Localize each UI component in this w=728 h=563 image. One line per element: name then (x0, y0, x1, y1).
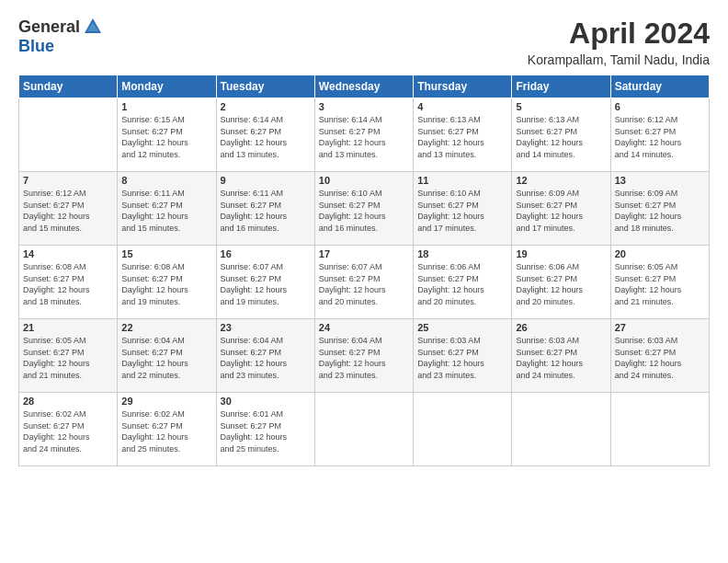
day-info: Sunrise: 6:03 AM Sunset: 6:27 PM Dayligh… (417, 335, 507, 381)
day-info: Sunrise: 6:13 AM Sunset: 6:27 PM Dayligh… (417, 114, 507, 160)
day-info: Sunrise: 6:01 AM Sunset: 6:27 PM Dayligh… (221, 408, 311, 454)
title-block: April 2024 Korampallam, Tamil Nadu, Indi… (528, 17, 710, 67)
day-info: Sunrise: 6:07 AM Sunset: 6:27 PM Dayligh… (221, 261, 311, 307)
table-row: 8Sunrise: 6:11 AM Sunset: 6:27 PM Daylig… (118, 172, 216, 246)
table-row: 21Sunrise: 6:05 AM Sunset: 6:27 PM Dayli… (19, 319, 118, 393)
table-row: 5Sunrise: 6:13 AM Sunset: 6:27 PM Daylig… (512, 98, 610, 172)
header: General Blue April 2024 Korampallam, Tam… (18, 17, 710, 67)
header-thursday: Thursday (414, 75, 512, 98)
day-info: Sunrise: 6:12 AM Sunset: 6:27 PM Dayligh… (23, 188, 113, 234)
header-friday: Friday (512, 75, 610, 98)
day-info: Sunrise: 6:10 AM Sunset: 6:27 PM Dayligh… (319, 188, 409, 234)
day-info: Sunrise: 6:08 AM Sunset: 6:27 PM Dayligh… (121, 261, 211, 307)
day-info: Sunrise: 6:06 AM Sunset: 6:27 PM Dayligh… (516, 261, 606, 307)
day-number: 17 (319, 248, 409, 259)
day-number: 28 (23, 396, 113, 407)
day-info: Sunrise: 6:02 AM Sunset: 6:27 PM Dayligh… (121, 408, 211, 454)
day-info: Sunrise: 6:04 AM Sunset: 6:27 PM Dayligh… (221, 335, 311, 381)
day-number: 14 (23, 248, 113, 259)
day-number: 21 (23, 322, 113, 333)
table-row: 24Sunrise: 6:04 AM Sunset: 6:27 PM Dayli… (314, 319, 413, 393)
day-info: Sunrise: 6:14 AM Sunset: 6:27 PM Dayligh… (221, 114, 311, 160)
table-row: 12Sunrise: 6:09 AM Sunset: 6:27 PM Dayli… (512, 172, 610, 246)
table-row: 10Sunrise: 6:10 AM Sunset: 6:27 PM Dayli… (314, 172, 413, 246)
day-number: 15 (121, 248, 211, 259)
day-info: Sunrise: 6:14 AM Sunset: 6:27 PM Dayligh… (319, 114, 409, 160)
calendar-week-row: 1Sunrise: 6:15 AM Sunset: 6:27 PM Daylig… (19, 98, 710, 172)
table-row: 7Sunrise: 6:12 AM Sunset: 6:27 PM Daylig… (19, 172, 118, 246)
table-row: 4Sunrise: 6:13 AM Sunset: 6:27 PM Daylig… (414, 98, 512, 172)
location: Korampallam, Tamil Nadu, India (528, 52, 710, 67)
day-info: Sunrise: 6:06 AM Sunset: 6:27 PM Dayligh… (417, 261, 507, 307)
day-info: Sunrise: 6:04 AM Sunset: 6:27 PM Dayligh… (121, 335, 211, 381)
header-sunday: Sunday (19, 75, 118, 98)
table-row: 26Sunrise: 6:03 AM Sunset: 6:27 PM Dayli… (512, 319, 610, 393)
day-number: 5 (516, 101, 606, 112)
day-number: 20 (615, 248, 705, 259)
day-number: 8 (121, 175, 211, 186)
day-info: Sunrise: 6:13 AM Sunset: 6:27 PM Dayligh… (516, 114, 606, 160)
table-row: 2Sunrise: 6:14 AM Sunset: 6:27 PM Daylig… (216, 98, 314, 172)
day-number: 22 (121, 322, 211, 333)
logo-blue-text: Blue (18, 37, 54, 56)
day-number: 26 (516, 322, 606, 333)
day-info: Sunrise: 6:07 AM Sunset: 6:27 PM Dayligh… (319, 261, 409, 307)
calendar-week-row: 28Sunrise: 6:02 AM Sunset: 6:27 PM Dayli… (19, 393, 710, 466)
table-row: 18Sunrise: 6:06 AM Sunset: 6:27 PM Dayli… (414, 246, 512, 319)
day-number: 18 (417, 248, 507, 259)
table-row: 1Sunrise: 6:15 AM Sunset: 6:27 PM Daylig… (118, 98, 216, 172)
table-row: 3Sunrise: 6:14 AM Sunset: 6:27 PM Daylig… (314, 98, 413, 172)
day-number: 23 (221, 322, 311, 333)
table-row (19, 98, 118, 172)
day-info: Sunrise: 6:03 AM Sunset: 6:27 PM Dayligh… (516, 335, 606, 381)
day-number: 29 (121, 396, 211, 407)
day-info: Sunrise: 6:09 AM Sunset: 6:27 PM Dayligh… (516, 188, 606, 234)
table-row: 17Sunrise: 6:07 AM Sunset: 6:27 PM Dayli… (314, 246, 413, 319)
day-number: 30 (221, 396, 311, 407)
table-row (414, 393, 512, 466)
day-info: Sunrise: 6:08 AM Sunset: 6:27 PM Dayligh… (23, 261, 113, 307)
table-row (314, 393, 413, 466)
table-row: 19Sunrise: 6:06 AM Sunset: 6:27 PM Dayli… (512, 246, 610, 319)
day-info: Sunrise: 6:05 AM Sunset: 6:27 PM Dayligh… (23, 335, 113, 381)
logo: General Blue (18, 17, 103, 56)
table-row: 15Sunrise: 6:08 AM Sunset: 6:27 PM Dayli… (118, 246, 216, 319)
day-number: 19 (516, 248, 606, 259)
day-number: 11 (417, 175, 507, 186)
calendar-week-row: 14Sunrise: 6:08 AM Sunset: 6:27 PM Dayli… (19, 246, 710, 319)
day-info: Sunrise: 6:09 AM Sunset: 6:27 PM Dayligh… (615, 188, 705, 234)
table-row: 30Sunrise: 6:01 AM Sunset: 6:27 PM Dayli… (216, 393, 314, 466)
table-row: 6Sunrise: 6:12 AM Sunset: 6:27 PM Daylig… (610, 98, 709, 172)
header-wednesday: Wednesday (314, 75, 413, 98)
header-monday: Monday (118, 75, 216, 98)
day-info: Sunrise: 6:04 AM Sunset: 6:27 PM Dayligh… (319, 335, 409, 381)
day-info: Sunrise: 6:02 AM Sunset: 6:27 PM Dayligh… (23, 408, 113, 454)
day-number: 24 (319, 322, 409, 333)
day-info: Sunrise: 6:11 AM Sunset: 6:27 PM Dayligh… (221, 188, 311, 234)
table-row: 23Sunrise: 6:04 AM Sunset: 6:27 PM Dayli… (216, 319, 314, 393)
month-title: April 2024 (528, 17, 710, 51)
table-row: 22Sunrise: 6:04 AM Sunset: 6:27 PM Dayli… (118, 319, 216, 393)
day-number: 3 (319, 101, 409, 112)
day-number: 2 (221, 101, 311, 112)
day-number: 7 (23, 175, 113, 186)
table-row: 28Sunrise: 6:02 AM Sunset: 6:27 PM Dayli… (19, 393, 118, 466)
day-number: 1 (121, 101, 211, 112)
day-info: Sunrise: 6:10 AM Sunset: 6:27 PM Dayligh… (417, 188, 507, 234)
table-row: 16Sunrise: 6:07 AM Sunset: 6:27 PM Dayli… (216, 246, 314, 319)
logo-icon (83, 17, 103, 37)
day-info: Sunrise: 6:12 AM Sunset: 6:27 PM Dayligh… (615, 114, 705, 160)
header-tuesday: Tuesday (216, 75, 314, 98)
day-info: Sunrise: 6:05 AM Sunset: 6:27 PM Dayligh… (615, 261, 705, 307)
day-number: 13 (615, 175, 705, 186)
day-number: 4 (417, 101, 507, 112)
table-row: 13Sunrise: 6:09 AM Sunset: 6:27 PM Dayli… (610, 172, 709, 246)
day-info: Sunrise: 6:03 AM Sunset: 6:27 PM Dayligh… (615, 335, 705, 381)
day-number: 9 (221, 175, 311, 186)
day-info: Sunrise: 6:15 AM Sunset: 6:27 PM Dayligh… (121, 114, 211, 160)
table-row (610, 393, 709, 466)
day-number: 25 (417, 322, 507, 333)
table-row (512, 393, 610, 466)
calendar-header-row: Sunday Monday Tuesday Wednesday Thursday… (19, 75, 710, 98)
table-row: 9Sunrise: 6:11 AM Sunset: 6:27 PM Daylig… (216, 172, 314, 246)
